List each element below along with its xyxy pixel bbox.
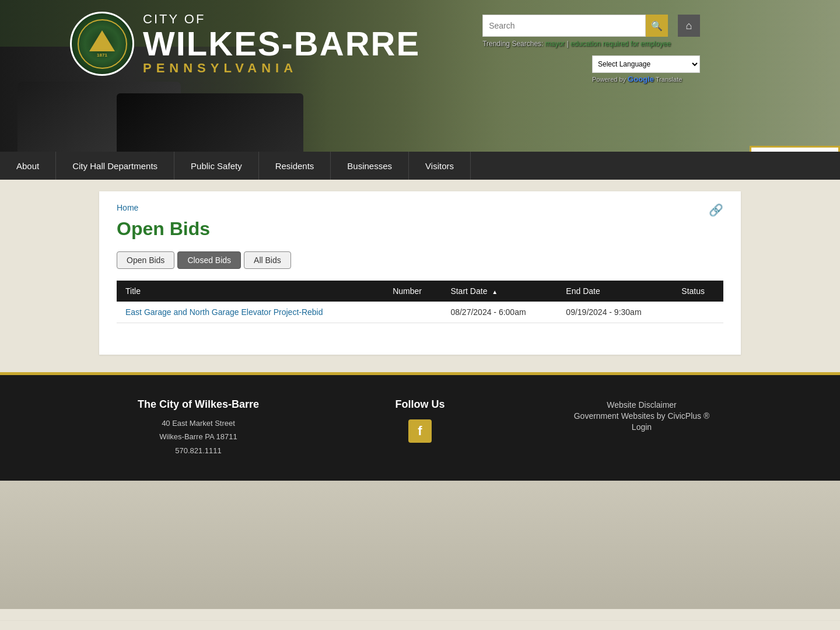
table-header: Title Number Start Date ▲ End Date Statu…	[117, 281, 723, 302]
bottom-overlay	[0, 481, 840, 609]
home-button[interactable]: ⌂	[678, 15, 700, 37]
bid-title-cell: East Garage and North Garage Elevator Pr…	[117, 302, 384, 323]
page-content-area: Home 🔗 Open Bids Open Bids Closed Bids A…	[0, 180, 840, 372]
tab-open-bids[interactable]: Open Bids	[117, 251, 174, 269]
home-icon: ⌂	[686, 20, 692, 32]
search-input[interactable]	[482, 15, 646, 37]
search-area: 🔍 Trending Searches: mayor | education r…	[482, 15, 671, 48]
sort-arrow-start: ▲	[492, 289, 498, 295]
footer-address: 40 East Market Street Wilkes-Barre PA 18…	[99, 416, 298, 457]
nav-item-city-hall[interactable]: City Hall Departments	[56, 152, 174, 180]
footer-phone: 570.821.1111	[175, 446, 222, 455]
google-label: Google	[628, 75, 654, 83]
tab-all-bids[interactable]: All Bids	[244, 251, 291, 269]
trending-link-mayor[interactable]: mayor	[545, 40, 565, 48]
find-it-fast-text: FIND IT FAST	[798, 151, 818, 152]
breadcrumb-home[interactable]: Home	[117, 203, 138, 212]
col-status: Status	[673, 281, 723, 302]
footer-address-col: The City of Wilkes-Barre 40 East Market …	[99, 398, 298, 457]
col-start-date[interactable]: Start Date ▲	[442, 281, 557, 302]
footer-org-name: The City of Wilkes-Barre	[99, 398, 298, 411]
col-title: Title	[117, 281, 384, 302]
find-it-fast-button[interactable]: FIND IT FAST	[750, 146, 840, 152]
main-nav: About City Hall Departments Public Safet…	[0, 152, 840, 180]
footer-disclaimer-link[interactable]: Website Disclaimer	[542, 400, 741, 410]
col-end-date: End Date	[557, 281, 673, 302]
seal-year: 1871	[97, 52, 107, 58]
bid-start-date-cell: 08/27/2024 - 6:00am	[442, 302, 557, 323]
breadcrumb-row: Home 🔗	[117, 203, 723, 212]
page-title: Open Bids	[117, 218, 723, 240]
language-selector[interactable]: Select Language	[592, 55, 700, 73]
city-title: CITY OF WILKES-BARRE PENNSYLVANIA	[143, 12, 420, 76]
city-state: PENNSYLVANIA	[143, 61, 420, 76]
bid-status-cell	[673, 302, 723, 323]
bottom-watermark	[0, 481, 840, 609]
powered-by: Powered by Google Translate	[592, 75, 700, 83]
nav-item-businesses[interactable]: Businesses	[331, 152, 409, 180]
bid-number-cell	[384, 302, 442, 323]
find-label: FIND	[798, 151, 818, 152]
police-car-2	[117, 93, 303, 152]
footer-civicplus-link[interactable]: Government Websites by CivicPlus ®	[542, 411, 741, 421]
nav-item-visitors[interactable]: Visitors	[409, 152, 471, 180]
tab-closed-bids[interactable]: Closed Bids	[177, 251, 241, 269]
nav-item-about[interactable]: About	[0, 152, 56, 180]
nav-item-residents[interactable]: Residents	[259, 152, 331, 180]
language-area: Select Language Powered by Google Transl…	[592, 55, 700, 83]
nav-spacer	[471, 152, 840, 180]
bid-end-date-cell: 09/19/2024 - 9:30am	[557, 302, 673, 323]
share-button[interactable]: 🔗	[709, 203, 723, 217]
trending-link-education[interactable]: education required for employee	[570, 40, 671, 48]
search-button[interactable]: 🔍	[646, 15, 668, 37]
search-row: 🔍	[482, 15, 671, 37]
footer-login-link[interactable]: Login	[542, 422, 741, 432]
footer-follow-us: Follow Us	[321, 398, 519, 411]
footer-links-col: Website Disclaimer Government Websites b…	[542, 398, 741, 433]
table-row: East Garage and North Garage Elevator Pr…	[117, 302, 723, 323]
nav-item-public-safety[interactable]: Public Safety	[174, 152, 259, 180]
facebook-icon: f	[418, 424, 422, 439]
bids-table: Title Number Start Date ▲ End Date Statu…	[117, 281, 723, 323]
city-seal: 1871	[70, 12, 134, 76]
bid-title-link[interactable]: East Garage and North Garage Elevator Pr…	[125, 307, 323, 317]
main-content-box: Home 🔗 Open Bids Open Bids Closed Bids A…	[99, 191, 741, 355]
tab-buttons: Open Bids Closed Bids All Bids	[117, 251, 723, 269]
trending-label: Trending Searches:	[482, 40, 543, 48]
footer-address-line1: 40 East Market Street	[162, 419, 235, 428]
powered-by-label: Powered by	[592, 76, 626, 83]
city-name: WILKES-BARRE	[143, 27, 420, 61]
seal-pyramid	[89, 30, 115, 51]
footer-address-line2: Wilkes-Barre PA 18711	[159, 432, 237, 441]
facebook-button[interactable]: f	[408, 419, 432, 443]
table-body: East Garage and North Garage Elevator Pr…	[117, 302, 723, 323]
logo-area: 1871 CITY OF WILKES-BARRE PENNSYLVANIA	[70, 12, 420, 76]
site-footer: The City of Wilkes-Barre 40 East Market …	[0, 375, 840, 481]
footer-social-col: Follow Us f	[321, 398, 519, 443]
translate-label: Translate	[656, 76, 682, 83]
footer-inner: The City of Wilkes-Barre 40 East Market …	[99, 398, 741, 457]
col-number: Number	[384, 281, 442, 302]
site-header: 1871 CITY OF WILKES-BARRE PENNSYLVANIA 🔍…	[0, 0, 840, 152]
table-header-row: Title Number Start Date ▲ End Date Statu…	[117, 281, 723, 302]
trending-searches: Trending Searches: mayor | education req…	[482, 40, 671, 48]
